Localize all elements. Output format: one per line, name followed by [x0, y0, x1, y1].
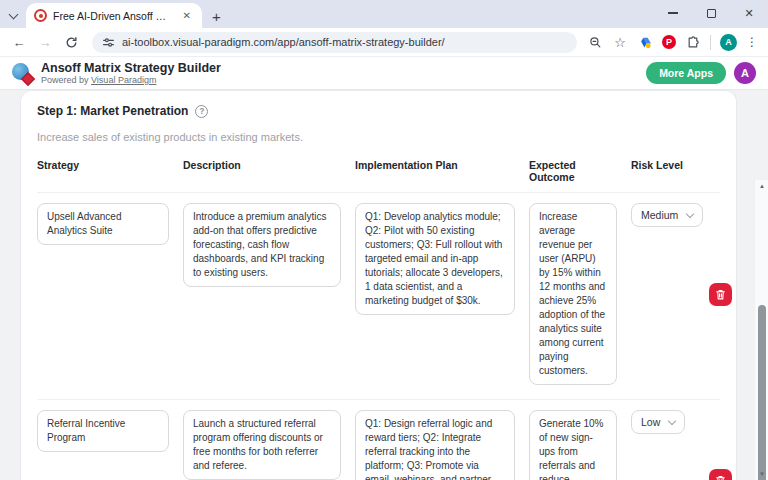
table-row: Upsell Advanced Analytics Suite Introduc…	[37, 193, 720, 400]
site-info-icon	[102, 36, 115, 49]
risk-level-select[interactable]: Medium	[631, 203, 703, 227]
back-button[interactable]: ←	[8, 31, 30, 53]
expected-outcome-input[interactable]: Generate 10% of new sign-ups from referr…	[529, 410, 617, 480]
visual-paradigm-logo-icon	[12, 63, 33, 84]
extensions-icon[interactable]	[685, 34, 701, 50]
chevron-down-icon	[686, 209, 694, 217]
risk-level-value: Low	[641, 416, 660, 428]
visual-paradigm-link[interactable]: Visual Paradigm	[91, 75, 156, 85]
content-card: Step 1: Market Penetration ? Increase sa…	[20, 90, 737, 480]
browser-window: Free AI-Driven Ansoff Matrix St ✕ + ✕ ← …	[0, 0, 768, 480]
help-icon[interactable]: ?	[195, 105, 208, 118]
vertical-scrollbar[interactable]: ▲ ▼	[754, 180, 768, 480]
description-input[interactable]: Launch a structured referral program off…	[183, 410, 341, 480]
toolbar-icons: ☆ P A ⋮	[587, 34, 760, 51]
table-header: Strategy Description Implementation Plan…	[37, 159, 720, 193]
forward-button[interactable]: →	[34, 31, 56, 53]
column-header-implementation-plan: Implementation Plan	[355, 159, 515, 171]
delete-row-button[interactable]	[709, 469, 732, 480]
column-header-expected-outcome: Expected Outcome	[529, 159, 617, 183]
new-tab-button[interactable]: +	[202, 8, 231, 28]
browser-menu-icon[interactable]: ⋮	[746, 35, 758, 49]
strategy-input[interactable]: Referral Incentive Program	[37, 410, 169, 452]
risk-level-select[interactable]: Low	[631, 410, 685, 434]
scroll-up-icon[interactable]: ▲	[755, 180, 768, 192]
table-rows: Upsell Advanced Analytics Suite Introduc…	[37, 193, 720, 480]
powered-by: Powered by Visual Paradigm	[41, 75, 221, 85]
scrollbar-thumb[interactable]	[758, 305, 766, 480]
site-favicon-icon	[34, 9, 47, 22]
close-icon: ✕	[744, 7, 753, 20]
description-input[interactable]: Introduce a premium analytics add-on tha…	[183, 203, 341, 287]
url-text: ai-toolbox.visual-paradigm.com/app/ansof…	[122, 36, 445, 48]
implementation-plan-input[interactable]: Q1: Develop analytics module; Q2: Pilot …	[355, 203, 515, 315]
tab-title: Free AI-Driven Ansoff Matrix St	[53, 10, 174, 22]
maximize-button[interactable]	[692, 0, 730, 26]
tab-strip: Free AI-Driven Ansoff Matrix St ✕ + ✕	[0, 0, 768, 28]
chevron-down-icon	[668, 416, 676, 424]
strategy-input[interactable]: Upsell Advanced Analytics Suite	[37, 203, 169, 245]
tab-search-button[interactable]	[0, 4, 26, 28]
zoom-icon[interactable]	[587, 34, 603, 50]
risk-level-value: Medium	[641, 209, 678, 221]
app-header: Ansoff Matrix Strategy Builder Powered b…	[0, 57, 768, 90]
user-avatar[interactable]: A	[734, 62, 756, 84]
column-header-strategy: Strategy	[37, 159, 169, 171]
address-bar[interactable]: ai-toolbox.visual-paradigm.com/app/ansof…	[92, 32, 577, 53]
tab-close-icon[interactable]: ✕	[180, 9, 194, 22]
step-subtitle: Increase sales of existing products in e…	[37, 131, 720, 143]
column-header-description: Description	[183, 159, 341, 171]
browser-toolbar: ← → ai-toolbox.visual-paradigm.com/app/a…	[0, 28, 768, 57]
column-header-risk-level: Risk Level	[631, 159, 695, 171]
trash-icon	[715, 289, 726, 300]
maximize-icon	[707, 9, 716, 18]
browser-profile-avatar[interactable]: A	[720, 34, 737, 51]
trash-icon	[715, 475, 726, 480]
table-row: Referral Incentive Program Launch a stru…	[37, 400, 720, 480]
reload-icon	[65, 36, 78, 49]
implementation-plan-input[interactable]: Q1: Design referral logic and reward tie…	[355, 410, 515, 480]
chevron-down-icon	[8, 10, 18, 20]
step-title: Step 1: Market Penetration	[37, 104, 188, 118]
drive-extension-icon[interactable]	[637, 34, 653, 50]
delete-row-button[interactable]	[709, 283, 732, 306]
more-apps-button[interactable]: More Apps	[646, 62, 726, 84]
expected-outcome-input[interactable]: Increase average revenue per user (ARPU)…	[529, 203, 617, 385]
page-background: Step 1: Market Penetration ? Increase sa…	[0, 90, 768, 480]
minimize-icon	[668, 12, 678, 13]
window-controls: ✕	[654, 0, 768, 26]
toolbar-divider	[710, 35, 711, 50]
bookmark-star-icon[interactable]: ☆	[612, 34, 628, 50]
pinterest-icon[interactable]: P	[662, 35, 676, 49]
scroll-down-icon[interactable]: ▼	[755, 468, 768, 480]
minimize-button[interactable]	[654, 0, 692, 26]
app-title: Ansoff Matrix Strategy Builder	[41, 61, 221, 75]
reload-button[interactable]	[60, 31, 82, 53]
close-window-button[interactable]: ✕	[730, 0, 768, 26]
browser-tab[interactable]: Free AI-Driven Ansoff Matrix St ✕	[26, 3, 202, 28]
